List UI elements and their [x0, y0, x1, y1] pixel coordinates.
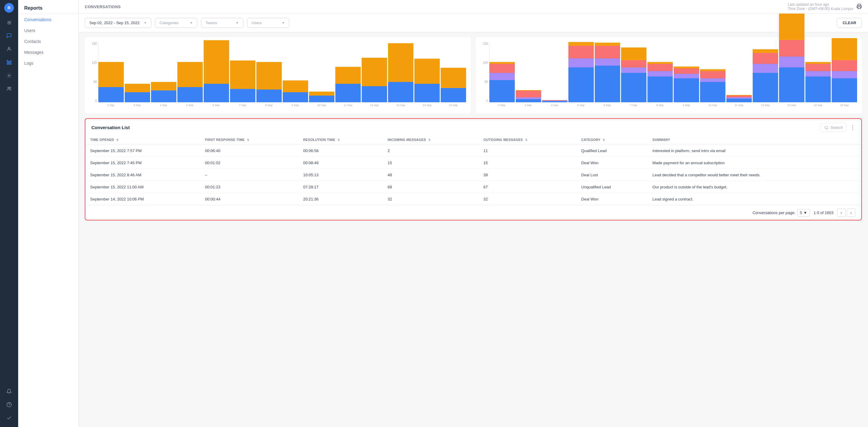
- table-header: TIME OPENED ⇅ FIRST RESPONSE TIME ⇅ RESO…: [85, 135, 861, 145]
- users-chevron-icon: ▼: [282, 21, 285, 25]
- users-filter[interactable]: Users ▼: [247, 18, 289, 28]
- bar-orange: [204, 40, 229, 84]
- bar-blue: [726, 99, 752, 102]
- prev-page-button[interactable]: ‹: [837, 208, 846, 217]
- next-page-button[interactable]: ›: [847, 208, 855, 217]
- categories-filter[interactable]: Categories ▼: [155, 18, 197, 28]
- bar-blue: [542, 101, 567, 102]
- bar-purple: [805, 71, 831, 76]
- home-icon[interactable]: ⊞: [3, 16, 15, 28]
- sort-icon: ⇅: [247, 138, 249, 141]
- bar-pink: [753, 53, 778, 64]
- bar-purple: [753, 64, 778, 73]
- date-range-filter[interactable]: Sep 02, 2022 - Sep 15, 2022 ▼: [85, 18, 151, 28]
- bar-group: [204, 40, 229, 102]
- chat-icon[interactable]: [3, 30, 15, 42]
- chart-x-label: 6 Sep: [594, 104, 620, 107]
- settings-icon[interactable]: [3, 70, 15, 81]
- col-first-response[interactable]: FIRST RESPONSE TIME ⇅: [200, 135, 299, 145]
- chart-x-label: 9 Sep: [283, 104, 308, 107]
- bar-blue: [256, 90, 282, 102]
- notification-icon[interactable]: [3, 385, 15, 397]
- table-row[interactable]: September 15, 2022 7:57 PM00:06:4000:06:…: [85, 145, 861, 157]
- nav-panel: Reports Conversations Users Contacts Mes…: [18, 0, 79, 427]
- print-icon[interactable]: [857, 4, 862, 10]
- svg-rect-8: [858, 7, 861, 8]
- right-chart: 150 100 50 0 2 Sep3 Sep4 Sep5 Sep6 Sep7 …: [476, 37, 862, 113]
- svg-rect-1: [7, 60, 8, 64]
- clear-button[interactable]: CLEAR: [837, 18, 862, 28]
- bar-group: [177, 62, 203, 102]
- search-icon: [825, 126, 829, 130]
- chart-x-label: 15 Sep: [832, 104, 857, 107]
- bar-group: [362, 58, 387, 102]
- check-icon[interactable]: [3, 412, 15, 424]
- bar-pink: [621, 60, 647, 67]
- svg-point-6: [10, 87, 11, 89]
- bar-pink: [595, 46, 620, 58]
- svg-line-10: [828, 128, 828, 129]
- col-incoming[interactable]: INCOMING MESSAGES ⇅: [383, 135, 479, 145]
- cell-first_response: –: [200, 169, 299, 181]
- chart-x-label: 8 Sep: [647, 104, 673, 107]
- bar-blue: [283, 92, 308, 102]
- cell-category: Deal Won: [577, 157, 648, 169]
- cell-incoming: 32: [383, 193, 479, 205]
- chart-x-label: 3 Sep: [516, 104, 541, 107]
- table-row[interactable]: September 15, 2022 8:46 AM–10:05:134839D…: [85, 169, 861, 181]
- chart-x-label: 2 Sep: [98, 104, 123, 107]
- cell-time_opened: September 15, 2022 7:45 PM: [85, 157, 200, 169]
- more-options-button[interactable]: ⋮: [850, 124, 855, 131]
- conv-list-title: Conversation List: [91, 125, 130, 130]
- bar-blue: [700, 82, 725, 102]
- col-outgoing[interactable]: OUTGOING MESSAGES ⇅: [478, 135, 576, 145]
- bar-purple: [674, 74, 699, 78]
- bar-pink: [516, 91, 541, 97]
- pagination-bar: Conversations per page: 5 ▼ 1-5 of 1603 …: [85, 205, 861, 220]
- bar-group: [151, 82, 177, 102]
- sidebar-item-logs[interactable]: Logs: [18, 58, 79, 69]
- bar-blue: [595, 66, 620, 102]
- svg-rect-2: [9, 61, 10, 64]
- contacts-icon[interactable]: [3, 43, 15, 55]
- sidebar: R ⊞: [0, 0, 18, 427]
- bar-purple: [621, 67, 647, 73]
- bar-orange: [595, 43, 620, 46]
- per-page-dropdown[interactable]: 5 ▼: [797, 209, 810, 217]
- col-resolution[interactable]: RESOLUTION TIME ⇅: [299, 135, 383, 145]
- bar-blue: [309, 96, 334, 102]
- per-page-chevron-icon: ▼: [803, 210, 807, 215]
- sidebar-item-contacts[interactable]: Contacts: [18, 36, 79, 47]
- cell-first_response: 00:06:40: [200, 145, 299, 157]
- bar-orange: [335, 67, 361, 84]
- team-icon[interactable]: [3, 83, 15, 95]
- bar-blue: [204, 84, 229, 102]
- conversation-list-section: Conversation List Search ⋮ TIME OPENED: [85, 118, 862, 221]
- svg-rect-3: [10, 61, 11, 64]
- sidebar-item-users[interactable]: Users: [18, 25, 79, 36]
- bar-purple: [568, 58, 594, 67]
- col-category[interactable]: CATEGORY ⇅: [577, 135, 648, 145]
- avatar[interactable]: R: [4, 3, 14, 13]
- bar-blue: [621, 73, 647, 102]
- bar-blue: [489, 80, 515, 102]
- bar-group: [542, 100, 567, 102]
- table-row[interactable]: September 15, 2022 7:45 PM00:01:0200:08:…: [85, 157, 861, 169]
- search-input[interactable]: Search: [820, 123, 847, 132]
- bar-orange: [362, 58, 387, 86]
- bar-orange: [441, 68, 466, 88]
- bar-orange: [388, 43, 413, 82]
- top-bar: CONVERSATIONS Last updated an hour ago T…: [79, 0, 868, 13]
- table-row[interactable]: September 14, 2022 10:06 PM00:00:4420:21…: [85, 193, 861, 205]
- left-chart: 180 120 60 0 2 Sep3 Sep4 Sep5 Sep6 Sep7 …: [85, 37, 471, 113]
- reports-icon[interactable]: [3, 56, 15, 68]
- cell-category: Qualified Lead: [577, 145, 648, 157]
- table-row[interactable]: September 15, 2022 11:00 AM00:01:2307:28…: [85, 181, 861, 193]
- col-time-opened[interactable]: TIME OPENED ⇅: [85, 135, 200, 145]
- bar-blue: [516, 99, 541, 102]
- sidebar-item-conversations[interactable]: Conversations: [18, 14, 79, 25]
- sidebar-item-messages[interactable]: Messages: [18, 47, 79, 58]
- teams-filter[interactable]: Teams ▼: [201, 18, 243, 28]
- help-icon[interactable]: [3, 399, 15, 411]
- sort-icon: ⇅: [428, 138, 431, 141]
